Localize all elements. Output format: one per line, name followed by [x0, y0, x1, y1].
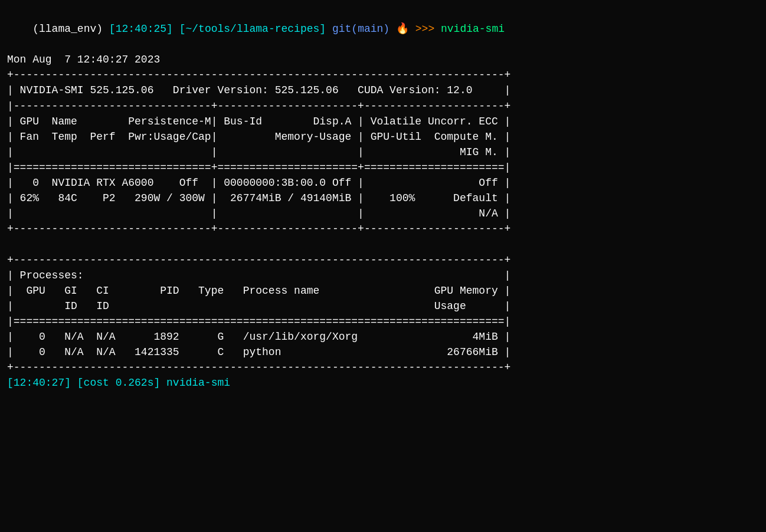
fire-emoji: 🔥 — [389, 23, 415, 35]
path: [~/tools/llama-recipes] — [179, 23, 326, 35]
space2 — [326, 23, 332, 35]
smi-output: +---------------------------------------… — [7, 67, 759, 375]
space1 — [173, 23, 179, 35]
timestamp-line: Mon Aug 7 12:40:27 2023 — [7, 52, 759, 67]
bottom-prompt: [12:40:27] [cost 0.262s] nvidia-smi — [7, 375, 759, 390]
space3 — [434, 23, 441, 35]
git-branch: git(main) — [332, 23, 389, 35]
env-label: (llama_env) — [32, 23, 109, 35]
command: nvidia-smi — [441, 23, 505, 35]
terminal-window: (llama_env) [12:40:25] [~/tools/llama-re… — [7, 6, 759, 390]
prompt-line1: (llama_env) [12:40:25] [~/tools/llama-re… — [7, 6, 759, 52]
chevrons: >>> — [415, 23, 434, 35]
timestamp1: [12:40:25] — [109, 23, 173, 35]
